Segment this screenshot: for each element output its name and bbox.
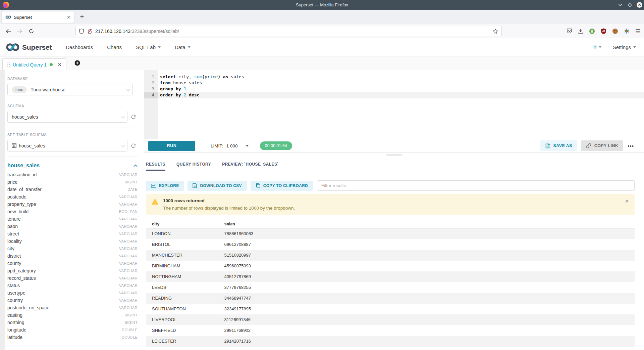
column-row[interactable]: ppd_categoryVARCHAR bbox=[7, 267, 138, 274]
privacy-badger-icon[interactable] bbox=[589, 28, 595, 34]
database-select[interactable]: trino Trino warehouse bbox=[7, 84, 133, 95]
refresh-icon[interactable] bbox=[131, 114, 136, 119]
column-type: VARCHAR bbox=[119, 239, 138, 243]
browser-tab[interactable]: Superset ✕ bbox=[2, 11, 74, 23]
column-row[interactable]: cityVARCHAR bbox=[7, 245, 138, 252]
table-row[interactable]: LEEDS37779768255 bbox=[146, 282, 635, 293]
copy-clipboard-button[interactable]: COPY TO CLIPBOARD bbox=[251, 181, 313, 191]
column-row[interactable]: eastingBIGINT bbox=[7, 311, 138, 319]
refresh-icon[interactable] bbox=[131, 143, 136, 148]
pane-resize-handle[interactable] bbox=[144, 153, 644, 158]
table-row[interactable]: LONDON788861960063 bbox=[146, 228, 635, 239]
column-row[interactable]: postcode_no_spaceVARCHAR bbox=[7, 304, 138, 311]
table-row[interactable]: MANCHESTER51510820997 bbox=[146, 250, 635, 261]
column-row[interactable]: tenureVARCHAR bbox=[7, 215, 138, 223]
run-button[interactable]: RUN bbox=[148, 141, 195, 151]
column-row[interactable]: new_buildBOOLEAN bbox=[7, 208, 138, 215]
column-row[interactable]: paonVARCHAR bbox=[7, 223, 138, 230]
table-title[interactable]: house_sales bbox=[7, 163, 40, 169]
save-as-button[interactable]: SAVE AS bbox=[540, 140, 577, 151]
query-tab-close-icon[interactable]: ✕ bbox=[58, 62, 61, 67]
column-row[interactable]: postcodeVARCHAR bbox=[7, 193, 138, 201]
column-row[interactable]: transaction_idVARCHAR bbox=[7, 171, 138, 178]
column-row[interactable]: localityVARCHAR bbox=[7, 237, 138, 245]
schema-select[interactable]: house_sales bbox=[7, 111, 127, 123]
table-row[interactable]: BRISTOL69612708887 bbox=[146, 239, 635, 250]
new-tab-icon[interactable]: + bbox=[80, 13, 84, 20]
column-row[interactable]: usertypeVARCHAR bbox=[7, 289, 138, 297]
minimize-icon[interactable] bbox=[617, 2, 623, 8]
nav-data[interactable]: Data bbox=[175, 44, 191, 50]
table-row[interactable]: LIVERPOOL31126991346 bbox=[146, 314, 635, 325]
tab-preview[interactable]: PREVIEW: `HOUSE_SALES` bbox=[222, 162, 279, 171]
column-header-sales[interactable]: sales bbox=[218, 219, 635, 228]
browser-toolbar: 217.160.120.143:32393/superset/sqllab/ u… bbox=[0, 24, 644, 38]
column-row[interactable]: record_statusVARCHAR bbox=[7, 274, 138, 282]
column-row[interactable]: northingBIGINT bbox=[7, 319, 138, 326]
close-icon[interactable]: ✕ bbox=[637, 2, 642, 8]
column-row[interactable]: streetVARCHAR bbox=[7, 230, 138, 237]
tab-close-icon[interactable]: ✕ bbox=[67, 15, 70, 20]
nav-charts[interactable]: Charts bbox=[107, 44, 122, 50]
cell-sales: 29142071716 bbox=[218, 336, 635, 347]
column-row[interactable]: latitudeDOUBLE bbox=[7, 334, 138, 341]
url-bar[interactable]: 217.160.120.143:32393/superset/sqllab/ bbox=[75, 26, 502, 36]
lock-insecure-icon[interactable] bbox=[87, 29, 92, 34]
query-tab[interactable]: Untitled Query 1 ✕ bbox=[2, 58, 66, 71]
tab-results[interactable]: RESULTS bbox=[146, 162, 165, 171]
file-icon bbox=[193, 183, 197, 188]
column-name: status bbox=[7, 283, 20, 288]
ublock-icon[interactable]: uB bbox=[601, 28, 606, 34]
settings-menu[interactable]: Settings bbox=[613, 44, 636, 50]
column-header-city[interactable]: city bbox=[146, 219, 218, 228]
alert-close-icon[interactable]: ✕ bbox=[625, 198, 629, 204]
download-csv-button[interactable]: DOWNLOAD TO CSV bbox=[187, 181, 247, 191]
table-row[interactable]: LEICESTER29142071716 bbox=[146, 336, 635, 347]
pocket-icon[interactable] bbox=[567, 28, 572, 34]
shield-icon[interactable] bbox=[79, 29, 84, 34]
editor-code[interactable]: select city, sum(price) as salesfrom hou… bbox=[158, 70, 644, 139]
forward-icon[interactable] bbox=[14, 26, 25, 36]
column-row[interactable]: longitudeDOUBLE bbox=[7, 326, 138, 334]
sql-editor[interactable]: 1234 select city, sum(price) as salesfro… bbox=[144, 70, 644, 139]
limit-dropdown[interactable]: LIMIT: 1 000 bbox=[211, 143, 249, 148]
table-row[interactable]: SOUTHAMPTON32349177895 bbox=[146, 304, 635, 314]
copy-link-button[interactable]: COPY LINK bbox=[581, 140, 623, 151]
menu-hamburger-icon[interactable] bbox=[635, 29, 641, 34]
filter-results-input[interactable] bbox=[317, 180, 635, 191]
chevron-down-icon bbox=[633, 46, 636, 48]
nav-dashboards[interactable]: Dashboards bbox=[66, 44, 93, 50]
column-row[interactable]: countryVARCHAR bbox=[7, 297, 138, 304]
table-row[interactable]: BIRMINGHAM45960075093 bbox=[146, 261, 635, 271]
column-name: new_build bbox=[7, 209, 29, 214]
stylus-icon[interactable] bbox=[624, 28, 630, 34]
table-row[interactable]: SHEFFIELD29911769902 bbox=[146, 325, 635, 336]
bookmark-star-icon[interactable] bbox=[493, 29, 498, 34]
superset-logo[interactable]: Superset bbox=[6, 43, 52, 52]
back-icon[interactable] bbox=[3, 26, 14, 36]
save-icon bbox=[545, 143, 550, 148]
cookie-icon[interactable] bbox=[612, 28, 618, 34]
limit-label: LIMIT: bbox=[211, 143, 223, 148]
more-options-icon[interactable]: ••• bbox=[628, 143, 634, 149]
chevron-up-icon[interactable] bbox=[133, 164, 138, 167]
column-row[interactable]: property_typeVARCHAR bbox=[7, 201, 138, 208]
maximize-icon[interactable] bbox=[627, 2, 633, 8]
add-new-button[interactable]: + bbox=[593, 43, 601, 51]
table-row[interactable]: READING34468947747 bbox=[146, 293, 635, 304]
downloads-icon[interactable] bbox=[578, 29, 583, 34]
column-row[interactable]: districtVARCHAR bbox=[7, 252, 138, 260]
sidebar-rail[interactable] bbox=[0, 70, 5, 350]
nav-sql-lab[interactable]: SQL Lab bbox=[136, 44, 161, 50]
table-row[interactable]: NOTTINGHAM40512797869 bbox=[146, 271, 635, 282]
add-query-tab-icon[interactable] bbox=[74, 60, 80, 66]
reload-icon[interactable] bbox=[25, 26, 37, 36]
explore-button[interactable]: EXPLORE bbox=[146, 181, 184, 191]
table-select[interactable]: house_sales bbox=[7, 140, 127, 151]
tab-query-history[interactable]: QUERY HISTORY bbox=[176, 162, 211, 171]
column-row[interactable]: date_of_transferDATE bbox=[7, 186, 138, 193]
column-row[interactable]: statusVARCHAR bbox=[7, 282, 138, 289]
drag-handle-icon[interactable] bbox=[7, 62, 10, 67]
column-row[interactable]: countyVARCHAR bbox=[7, 260, 138, 267]
column-row[interactable]: priceBIGINT bbox=[7, 178, 138, 186]
